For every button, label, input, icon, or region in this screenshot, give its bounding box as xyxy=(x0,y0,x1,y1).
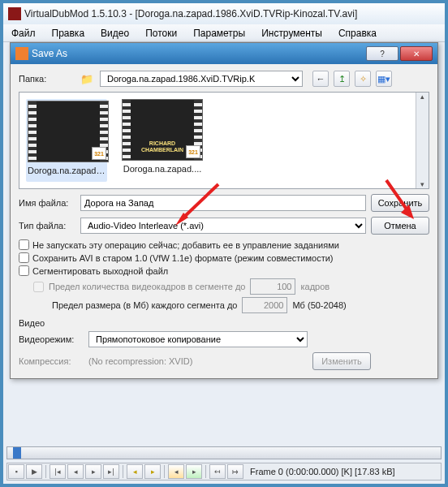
save-as-dialog: Save As ? ✕ Папка: 📁 Doroga.na.zapad.198… xyxy=(10,42,438,379)
segment-frames-input xyxy=(250,278,295,295)
compression-label: Компрессия: xyxy=(19,356,84,366)
mpc-badge-icon: 321 xyxy=(92,147,106,160)
menu-streams[interactable]: Потоки xyxy=(137,26,185,41)
file-item-1-label: Doroga.na.zapad.... xyxy=(122,164,203,174)
segment-frames-checkbox xyxy=(33,282,44,292)
videomode-dropdown[interactable]: Прямопотоковое копирование xyxy=(88,331,308,347)
segment-checkbox-label: Сегментировать выходной файл xyxy=(32,266,168,276)
segment-size-row: Предел размера (в Мб) каждого сегмента д… xyxy=(33,297,429,313)
file-item-0[interactable]: 321 Doroga.na.zapad.... xyxy=(26,99,107,182)
timeline-scrubber[interactable] xyxy=(6,446,442,459)
main-menubar: Файл Правка Видео Потоки Параметры Инстр… xyxy=(3,24,445,42)
tb-keyprev-icon[interactable]: ◂ xyxy=(127,464,143,479)
folder-label: Папка: xyxy=(19,74,75,84)
window-title: VirtualDubMod 1.5.10.3 - [Doroga.na.zapa… xyxy=(24,8,357,19)
segment-size-input xyxy=(242,297,287,313)
oldavi-checkbox-row[interactable]: Сохранить AVI в старом 1.0 (VfW 1.1e) фо… xyxy=(19,252,429,263)
nav-back-icon[interactable]: ← xyxy=(312,71,329,87)
oldavi-checkbox-label: Сохранить AVI в старом 1.0 (VfW 1.1e) фо… xyxy=(32,253,334,263)
file-item-1[interactable]: RICHARD CHAMBERLAIN 321 Doroga.na.zapad.… xyxy=(122,99,203,182)
segment-frames-row: Предел количества видеокадров в сегменте… xyxy=(33,278,429,295)
app-icon xyxy=(8,7,21,20)
mpc-badge-icon: 321 xyxy=(186,145,200,158)
filename-input[interactable] xyxy=(80,195,366,211)
nav-up-icon[interactable]: ↥ xyxy=(334,71,350,87)
segment-frames-label: Предел количества видеокадров в сегменте… xyxy=(49,282,245,291)
defer-checkbox-row[interactable]: Не запускать эту операцию сейчас; добави… xyxy=(19,239,429,250)
segment-size-suffix: Мб (50-2048) xyxy=(292,300,346,310)
cancel-button[interactable]: Отмена xyxy=(371,217,429,235)
tb-prev-icon[interactable]: ◂ xyxy=(67,464,84,479)
file-list-pane[interactable]: 321 Doroga.na.zapad.... RICHARD CHAMBERL… xyxy=(19,92,429,189)
defer-checkbox-label: Не запускать эту операцию сейчас; добави… xyxy=(32,240,339,250)
save-button[interactable]: Сохранить xyxy=(371,194,429,212)
dialog-titlebar[interactable]: Save As ? ✕ xyxy=(11,43,437,64)
segment-frames-suffix: кадров xyxy=(300,282,330,291)
tb-play-icon[interactable]: ▶ xyxy=(26,464,42,479)
tb-markin-icon[interactable]: ↤ xyxy=(209,464,226,479)
dialog-help-button[interactable]: ? xyxy=(366,46,398,61)
filename-label: Имя файла: xyxy=(19,198,75,208)
tb-keynext-icon[interactable]: ▸ xyxy=(144,464,161,479)
tb-stop-icon[interactable]: ▪ xyxy=(8,464,24,479)
menu-options[interactable]: Параметры xyxy=(185,26,253,41)
file-item-0-label: Doroga.na.zapad.... xyxy=(28,166,106,175)
segment-checkbox-row[interactable]: Сегментировать выходной файл xyxy=(19,265,429,276)
nav-viewmenu-icon[interactable]: ▦▾ xyxy=(376,71,392,87)
defer-checkbox[interactable] xyxy=(19,239,29,250)
segment-checkbox[interactable] xyxy=(19,265,29,276)
tb-next-icon[interactable]: ▸ xyxy=(85,464,101,479)
folder-icon: 📁 xyxy=(80,73,93,85)
menu-edit[interactable]: Правка xyxy=(44,26,93,41)
status-frame-text: Frame 0 (0:00:00.000) [K] [17.83 kB] xyxy=(250,467,395,476)
segment-size-label: Предел размера (в Мб) каждого сегмента д… xyxy=(52,300,237,310)
main-window-titlebar: VirtualDubMod 1.5.10.3 - [Doroga.na.zapa… xyxy=(3,3,445,24)
bottom-toolbar: ▪ ▶ |◂ ◂ ▸ ▸| ◂ ▸ ◂ ▸ ↤ ↦ Frame 0 (0:00:… xyxy=(6,463,442,481)
dialog-title-text: Save As xyxy=(32,48,67,59)
menu-tools[interactable]: Инструменты xyxy=(253,26,330,41)
video-section-header: Видео xyxy=(19,318,429,328)
timeline-playhead[interactable] xyxy=(14,448,20,458)
filetype-dropdown[interactable]: Audio-Video Interleave (*.avi) xyxy=(80,218,366,234)
compression-value: (No recompression: XVID) xyxy=(88,356,308,366)
folder-dropdown[interactable]: Doroga.na.zapad.1986.XviD.TVRip.K xyxy=(100,71,303,87)
menu-video[interactable]: Видео xyxy=(93,26,137,41)
thumb-overlay-text: RICHARD CHAMBERLAIN xyxy=(134,140,191,153)
filetype-label: Тип файла: xyxy=(19,221,75,231)
file-pane-scrollbar[interactable] xyxy=(416,93,429,188)
oldavi-checkbox[interactable] xyxy=(19,252,29,263)
dialog-close-button[interactable]: ✕ xyxy=(400,46,433,61)
videomode-label: Видеорежим: xyxy=(19,334,84,344)
tb-scenedet-fwd-icon[interactable]: ▸ xyxy=(186,464,202,479)
change-compression-button: Изменить xyxy=(312,352,371,370)
tb-end-icon[interactable]: ▸| xyxy=(103,464,119,479)
tb-markout-icon[interactable]: ↦ xyxy=(227,464,243,479)
menu-help[interactable]: Справка xyxy=(330,26,385,41)
tb-scenedet-back-icon[interactable]: ◂ xyxy=(168,464,184,479)
dialog-icon xyxy=(15,47,28,60)
nav-newfolder-icon[interactable]: ✧ xyxy=(355,71,371,87)
menu-file[interactable]: Файл xyxy=(3,26,44,41)
tb-start-icon[interactable]: |◂ xyxy=(50,464,66,479)
